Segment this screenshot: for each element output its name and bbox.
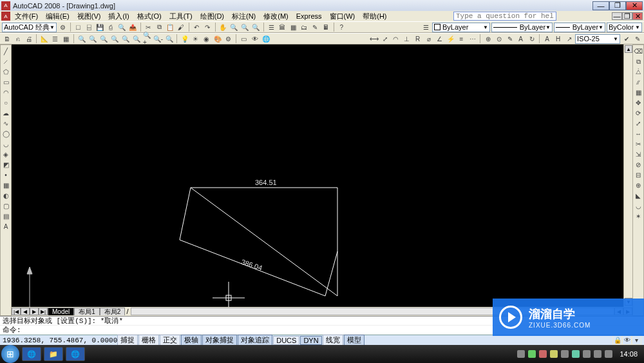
zoom-out-icon[interactable]: 🔍- <box>153 34 163 44</box>
sun-icon[interactable]: ☀ <box>191 34 200 44</box>
tray-icon-6[interactable] <box>572 350 580 358</box>
help-icon[interactable]: ? <box>337 23 346 32</box>
ellipse-arc-icon[interactable]: ◡ <box>1 139 11 149</box>
zoom-scale-icon[interactable]: 🔍 <box>109 34 119 44</box>
tray-icon-9[interactable] <box>605 350 612 358</box>
dim-tedit-icon[interactable]: A <box>516 34 526 44</box>
dim-ang-icon[interactable]: ∠ <box>435 34 444 44</box>
dim-center-icon[interactable]: ⊙ <box>494 34 504 44</box>
taskbar-pin-1[interactable]: 🌐 <box>22 347 41 361</box>
dim-style-set-icon[interactable]: ✔ <box>621 34 631 44</box>
named-views-icon[interactable]: 👁 <box>250 34 260 44</box>
vertical-scrollbar[interactable]: ▲ ▼ <box>623 44 632 307</box>
dim-update-icon[interactable]: ↻ <box>527 34 536 44</box>
make-block-icon[interactable]: ◩ <box>1 160 11 170</box>
close-button[interactable]: ✕ <box>626 1 643 10</box>
tray-icon-7[interactable] <box>583 350 591 358</box>
workspace-dropdown[interactable]: AutoCAD 经典▼ <box>2 23 57 32</box>
publish-icon[interactable]: 📤 <box>128 23 138 32</box>
restore-button[interactable]: ❐ <box>609 1 626 10</box>
menu-insert[interactable]: 插入(I) <box>105 12 132 21</box>
doc-close-button[interactable]: ✕ <box>632 12 643 20</box>
tab-model[interactable]: Model <box>48 308 74 315</box>
stretch-icon[interactable]: ↔ <box>634 129 643 139</box>
zoom-obj-icon[interactable]: 🔍 <box>131 34 141 44</box>
tab-next-icon[interactable]: ▶ <box>30 308 39 315</box>
zoom-all-icon[interactable]: 🔍 <box>164 34 174 44</box>
tab-layout1[interactable]: 布局1 <box>74 308 100 315</box>
menu-express[interactable]: Express <box>293 12 325 20</box>
move-icon[interactable]: ✥ <box>634 98 643 108</box>
lineweight-dropdown[interactable]: ByLayer▼ <box>554 23 605 32</box>
dim-arc-icon[interactable]: ◠ <box>391 34 401 44</box>
hatch-icon[interactable]: ▦ <box>1 181 11 190</box>
sheet-set-icon[interactable]: 🗂 <box>299 23 309 32</box>
menu-edit[interactable]: 编辑(E) <box>43 12 73 21</box>
dim-linear-icon[interactable]: ⟷ <box>369 34 379 44</box>
pline-icon[interactable]: ⟋ <box>1 57 11 66</box>
3dorbit-icon[interactable]: 🌐 <box>261 34 270 44</box>
linetype-dropdown[interactable]: ByLayer▼ <box>491 23 553 32</box>
toggle-otrack[interactable]: 对象追踪 <box>238 335 272 346</box>
menu-window[interactable]: 窗口(W) <box>327 12 359 21</box>
toggle-model[interactable]: 模型 <box>344 335 365 346</box>
zoom-window-icon[interactable]: 🔍 <box>240 23 250 32</box>
point-icon[interactable]: • <box>1 170 11 180</box>
tray-icon-1[interactable] <box>517 350 525 358</box>
print-preview-icon[interactable]: 🔍 <box>117 23 127 32</box>
new-icon[interactable]: □ <box>73 23 83 32</box>
erase-icon[interactable]: ⌫ <box>634 46 643 56</box>
menu-modify[interactable]: 修改(M) <box>260 12 292 21</box>
explode-icon[interactable]: ✶ <box>634 211 643 221</box>
workspace-settings-icon[interactable]: ⚙ <box>58 23 68 32</box>
tray-icon-3[interactable] <box>539 350 547 358</box>
spline-icon[interactable]: ∿ <box>1 119 11 128</box>
render-icon[interactable]: 🎨 <box>213 34 222 44</box>
tray-icon-2[interactable] <box>528 350 536 358</box>
scroll-up-icon[interactable]: ▲ <box>625 45 632 53</box>
cut-icon[interactable]: ✂ <box>144 23 153 32</box>
dim-quick-icon[interactable]: ⚡ <box>446 34 455 44</box>
toggle-lwt[interactable]: 线宽 <box>323 335 343 346</box>
dim-edit-icon[interactable]: ✎ <box>505 34 515 44</box>
break-icon[interactable]: ⊟ <box>634 170 643 180</box>
doc-restore-button[interactable]: ❐ <box>622 12 632 20</box>
help-search-input[interactable] <box>453 12 556 21</box>
toggle-grid[interactable]: 栅格 <box>138 335 159 346</box>
menu-tools[interactable]: 工具(T) <box>166 12 196 21</box>
rect-icon[interactable]: ▭ <box>1 77 11 87</box>
tab-prev-icon[interactable]: ◀ <box>21 308 30 315</box>
ellipse-icon[interactable]: ◯ <box>1 129 11 139</box>
dim-tol-icon[interactable]: ⊕ <box>483 34 493 44</box>
dim-style-leader-icon[interactable]: ↗ <box>564 34 574 44</box>
menu-help[interactable]: 帮助(H) <box>359 12 390 21</box>
menu-dim[interactable]: 标注(N) <box>229 12 259 21</box>
dim-aligned-icon[interactable]: ⤢ <box>380 34 390 44</box>
offset-icon[interactable]: ⫽ <box>634 77 643 87</box>
join-icon[interactable]: ⊕ <box>634 181 643 190</box>
zoom-win2-icon[interactable]: 🔍 <box>88 34 97 44</box>
table-icon[interactable]: ▤ <box>1 211 11 221</box>
match-prop-icon[interactable]: 🖌 <box>176 23 186 32</box>
tool-palettes-icon[interactable]: ▦ <box>289 23 298 32</box>
zoom-center-icon[interactable]: 🔍 <box>120 34 130 44</box>
polygon-icon[interactable]: ⬠ <box>1 67 11 77</box>
dim-style-H-icon[interactable]: H <box>553 34 563 44</box>
tray-icon-4[interactable] <box>550 350 558 358</box>
tb2-4-icon[interactable]: 📐 <box>39 34 49 44</box>
dim-style-dropdown[interactable]: ISO-25▼ <box>575 34 620 44</box>
extend-icon[interactable]: ⇲ <box>634 150 643 159</box>
design-center-icon[interactable]: 🏛 <box>278 23 287 32</box>
tab-first-icon[interactable]: |◀ <box>12 308 21 315</box>
toggle-osnap[interactable]: 对象捕捉 <box>202 335 237 346</box>
layer-tool-icon[interactable]: ☰ <box>421 23 431 32</box>
tb2-5-icon[interactable]: ☰ <box>50 34 60 44</box>
array-icon[interactable]: ▦ <box>634 88 643 97</box>
break-pt-icon[interactable]: ⊘ <box>634 160 643 170</box>
minimize-button[interactable]: — <box>592 1 609 10</box>
light-icon[interactable]: 💡 <box>180 34 189 44</box>
line-icon[interactable]: ╱ <box>1 46 11 56</box>
doc-minimize-button[interactable]: — <box>612 12 622 20</box>
dim-base-icon[interactable]: ≡ <box>457 34 466 44</box>
material-icon[interactable]: ◉ <box>202 34 211 44</box>
